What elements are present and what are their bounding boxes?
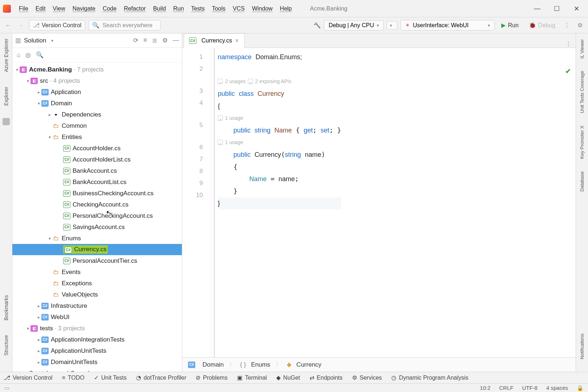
tree-project-test[interactable]: ▸C#DomainUnitTests [12, 356, 182, 368]
menu-view[interactable]: View [49, 4, 69, 13]
rail-il-viewer[interactable]: IL Viewer [579, 37, 585, 61]
tree-project-test[interactable]: ▸C#ApplicationIntegrationTests [12, 334, 182, 345]
rail-azure-explorer[interactable]: Azure Explorer [3, 36, 9, 74]
bottom-dpa[interactable]: ◷Dynamic Program Analysis [391, 374, 468, 381]
menu-refactor[interactable]: Refactor [120, 4, 149, 13]
menu-file[interactable]: File [15, 4, 32, 13]
bottom-endpoints[interactable]: ⇄Endpoints [310, 374, 343, 381]
search-everywhere[interactable]: 🔍 Search everywhere [88, 20, 161, 30]
tree-file[interactable]: C#CheckingAccount.cs [12, 199, 182, 210]
tree-folder-events[interactable]: 🗀Events [12, 266, 182, 278]
build-config-dropdown[interactable]: Debug | Any CPU ▾ [324, 20, 384, 30]
more-actions-icon[interactable]: ⋮ [562, 20, 572, 30]
tree-file[interactable]: C#PersonalCheckingAccount.cs [12, 210, 182, 221]
menu-tests[interactable]: Tests [188, 4, 208, 13]
tree-file[interactable]: C#AccountHolderList.cs [12, 154, 182, 165]
tree-folder-enums[interactable]: ▾🗀Enums [12, 233, 182, 244]
bottom-services[interactable]: ⚙Services [352, 374, 382, 381]
code-area[interactable]: namespace Domain.Enums; 2 usages 2 expos… [216, 48, 341, 357]
menu-code[interactable]: Code [99, 4, 120, 13]
breadcrumb-domain[interactable]: Domain [203, 361, 224, 368]
menu-tools[interactable]: Tools [208, 4, 229, 13]
breadcrumb-currency[interactable]: Currency [297, 361, 322, 368]
bottom-unit-tests[interactable]: ✓Unit Tests [94, 374, 127, 381]
window-close-icon[interactable]: ✕ [573, 5, 580, 13]
debug-button[interactable]: 🐞 Debug [525, 20, 559, 30]
settings-toolbar-icon[interactable]: ⚙ [575, 20, 585, 30]
tree-solution-root[interactable]: ▾◧ Acme.Banking · 7 projects [12, 64, 182, 75]
rail-structure[interactable]: Structure [3, 333, 9, 358]
menu-build[interactable]: Build [150, 4, 170, 13]
rail-explorer[interactable]: Explorer [3, 85, 9, 108]
tree-scratches[interactable]: ▸▭Scratches and Consoles [12, 368, 182, 372]
target-icon[interactable]: ◎ [25, 51, 31, 59]
breadcrumb-enums[interactable]: Enums [251, 361, 270, 368]
tree-folder-common[interactable]: 🗀Common [12, 120, 182, 131]
close-tab-icon[interactable]: ✕ [235, 38, 239, 44]
search-icon[interactable]: 🔍 [36, 51, 44, 59]
bottom-version-control[interactable]: ⎇Version Control [4, 374, 52, 381]
tree-file[interactable]: C#BankAccount.cs [12, 165, 182, 176]
nav-back-icon[interactable]: ← [3, 20, 13, 30]
nuget-icon: ◆ [276, 374, 281, 381]
hammer-icon[interactable]: 🔨 [314, 22, 321, 29]
tree-file[interactable]: C#PersonalAccountTier.cs [12, 255, 182, 266]
editor-tab-currency[interactable]: C# Currency.cs ✕ [184, 33, 245, 48]
window-maximize-icon[interactable]: ☐ [553, 5, 560, 13]
gear-icon[interactable]: ⚙ [162, 37, 168, 44]
tree-file[interactable]: C#BankAccountList.cs [12, 176, 182, 188]
window-minimize-icon[interactable]: ― [534, 5, 541, 13]
bottom-terminal[interactable]: ▣Terminal [237, 374, 267, 381]
rail-unit-tests-coverage[interactable]: Unit Tests Coverage [579, 69, 585, 115]
menu-vcs[interactable]: VCS [229, 4, 248, 13]
nav-forward-icon[interactable]: → [16, 20, 26, 30]
status-caret[interactable]: 10:2 [480, 385, 490, 391]
expand-icon[interactable]: ≡ [143, 37, 147, 44]
tree-project-application[interactable]: ▸C# Application [12, 86, 182, 98]
tree-file[interactable]: C#BusinessCheckingAccount.cs [12, 188, 182, 199]
tree-folder-entities[interactable]: ▾🗀Entities [12, 131, 182, 143]
tree-tests-folder[interactable]: ▾◧ tests · 3 projects [12, 323, 182, 334]
menu-navigate[interactable]: Navigate [69, 4, 99, 13]
tree-folder-valueobjects[interactable]: 🗀ValueObjects [12, 289, 182, 300]
tree-project-infrastructure[interactable]: ▸C#Infrastructure [12, 300, 182, 311]
bottom-todo[interactable]: ≡TODO [62, 375, 84, 381]
bottom-nuget[interactable]: ◆NuGet [276, 374, 300, 381]
home-icon[interactable]: ⌂ [17, 52, 20, 59]
sync-icon[interactable]: ⟳ [133, 37, 138, 44]
status-indent[interactable]: 4 spaces [546, 385, 568, 391]
rail-bookmarks[interactable]: Bookmarks [3, 293, 9, 323]
tree-file-currency[interactable]: C#Currency.cs [12, 244, 182, 255]
lock-icon[interactable]: 🔒 [577, 385, 584, 391]
history-dropdown[interactable]: ▾ [387, 21, 397, 30]
rail-notifications[interactable]: Notifications [579, 331, 585, 362]
tree-project-test[interactable]: ▸C#ApplicationUnitTests [12, 345, 182, 356]
tree-project-domain[interactable]: ▾C# Domain [12, 98, 182, 109]
menu-edit[interactable]: Edit [32, 4, 49, 13]
chevron-down-icon[interactable]: ▾ [51, 38, 53, 43]
bottom-dottrace[interactable]: ◔dotTrace Profiler [136, 374, 187, 381]
run-config-dropdown[interactable]: ✶ UserInterface: WebUI ▾ [400, 20, 495, 30]
run-button[interactable]: ▶ Run [498, 20, 522, 30]
status-eol[interactable]: CRLF [499, 385, 513, 391]
rail-database[interactable]: Database [579, 169, 585, 194]
rail-square-icon[interactable] [3, 118, 10, 125]
bottom-problems[interactable]: ⊘Problems [196, 374, 228, 381]
menu-run[interactable]: Run [170, 4, 187, 13]
tree-dependencies[interactable]: ▸⚭ Dependencies [12, 109, 182, 120]
rail-key-promoter[interactable]: Key Promoter X [579, 123, 585, 161]
tree-src-folder[interactable]: ▾◧ src · 4 projects [12, 75, 182, 86]
menu-window[interactable]: Window [248, 4, 276, 13]
collapse-icon[interactable]: ≣ [152, 37, 157, 44]
status-icon[interactable]: ▭ [4, 385, 9, 391]
tree-file[interactable]: C#SavingsAccount.cs [12, 221, 182, 233]
vcs-button[interactable]: ⎇ Version Control [29, 20, 85, 30]
tree-project-webui[interactable]: ▸C#WebUI [12, 311, 182, 323]
tab-actions-icon[interactable]: ⋮ [561, 41, 576, 48]
tree-file[interactable]: C#AccountHolder.cs [12, 143, 182, 154]
minimize-panel-icon[interactable]: — [173, 37, 179, 44]
status-encoding[interactable]: UTF-8 [522, 385, 538, 391]
tree-folder-exceptions[interactable]: 🗀Exceptions [12, 278, 182, 289]
menu-help[interactable]: Help [276, 4, 295, 13]
solution-tree[interactable]: ▾◧ Acme.Banking · 7 projects ▾◧ src · 4 … [12, 62, 182, 372]
